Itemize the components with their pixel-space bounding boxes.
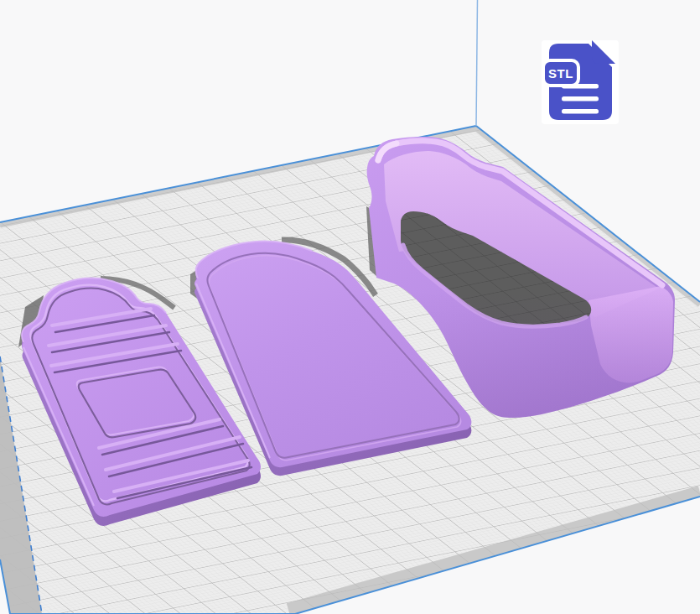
build-volume-vertical-edge — [476, 0, 478, 126]
stl-document-icon: STL — [542, 40, 619, 124]
stl-file-badge: STL — [542, 40, 619, 124]
slicer-viewport[interactable]: STL — [0, 0, 700, 614]
text-line — [562, 109, 599, 114]
stl-label: STL — [548, 66, 573, 81]
text-line — [562, 96, 599, 101]
document-text-lines — [562, 84, 599, 114]
document-fold-corner — [592, 40, 615, 64]
